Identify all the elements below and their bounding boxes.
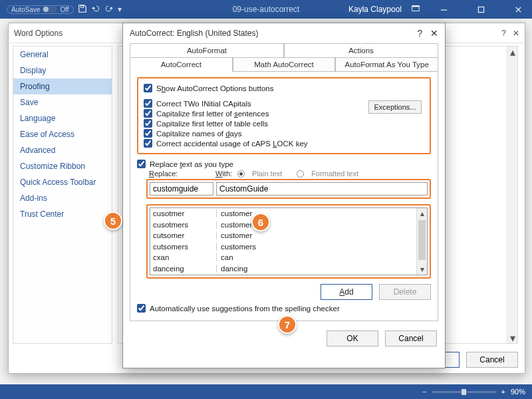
minimize-button[interactable] [430,0,458,19]
options-sidebar: General Display Proofing Save Language E… [13,46,112,344]
delete-button: Delete [379,284,431,300]
sidebar-item-advanced[interactable]: Advanced [13,142,112,158]
cap-cells-label: Capitalize first letter of table cells [156,120,268,128]
tab-actions[interactable]: Actions [284,43,438,57]
replace-header-label: Replace: [149,170,215,178]
autocorrect-title: AutoCorrect: English (United States) [130,29,258,38]
scroll-down-icon[interactable]: ▾ [507,332,517,343]
tab-autocorrect[interactable]: AutoCorrect [130,57,233,72]
replace-as-type-checkbox[interactable] [137,160,146,168]
cap-sentences-label: Capitalize first letter of sentences [156,110,269,118]
autosave-label: AutoSave [11,6,40,13]
with-header-label: With: [215,170,232,178]
ac-ok-button[interactable]: OK [327,331,378,346]
callout-7: 7 [278,315,297,334]
scroll-up-icon[interactable]: ▴ [417,208,427,219]
cap-cells-checkbox[interactable] [144,119,152,128]
sidebar-item-ease-of-access[interactable]: Ease of Access [13,126,112,142]
sidebar-item-save[interactable]: Save [13,94,112,110]
show-options-label: Show AutoCorrect Options buttons [156,84,273,92]
svg-rect-2 [412,5,420,7]
list-item: danceingdancing [150,263,427,275]
close-button[interactable] [504,0,532,19]
tab-math-autocorrect[interactable]: Math AutoCorrect [233,57,336,72]
sidebar-item-add-ins[interactable]: Add-ins [13,190,112,206]
callout-5: 5 [104,211,122,230]
signed-in-user[interactable]: Kayla Claypool [348,5,402,14]
auto-suggest-label: Automatically use suggestions from the s… [150,305,340,313]
zoom-in-button[interactable]: + [501,388,505,396]
sidebar-item-display[interactable]: Display [13,63,112,78]
plain-text-label: Plain text [252,170,282,178]
list-scrollbar[interactable]: ▴ ▾ [416,208,427,275]
cap-days-checkbox[interactable] [144,129,152,138]
callout-6: 6 [251,213,270,231]
list-item: cusotmerscustomers [150,219,427,231]
highlighted-options-group: Show AutoCorrect Options buttons Correct… [137,77,431,154]
sidebar-item-general[interactable]: General [13,47,112,63]
autosave-toggle[interactable]: AutoSave Off [7,5,74,14]
formatted-text-radio[interactable] [297,170,304,178]
caps-lock-label: Correct accidental usage of cAPS LOCK ke… [156,140,308,148]
auto-suggest-checkbox[interactable] [137,304,146,313]
ac-cancel-button[interactable]: Cancel [385,331,437,346]
sidebar-item-customize-ribbon[interactable]: Customize Ribbon [13,158,112,174]
tab-autoformat-as-you-type[interactable]: AutoFormat As You Type [335,57,438,72]
tab-autoformat[interactable]: AutoFormat [130,43,284,57]
statusbar: − + 90% [0,384,532,399]
toggle-off-icon [43,6,57,13]
plain-text-radio[interactable] [237,170,245,178]
zoom-value[interactable]: 90% [511,388,525,396]
save-icon[interactable] [78,4,87,15]
sidebar-item-quick-access-toolbar[interactable]: Quick Access Toolbar [13,174,112,190]
close-icon[interactable]: ✕ [513,29,519,38]
cap-days-label: Capitalize names of days [156,130,242,138]
list-item: cutsomercustomer [150,230,427,241]
options-cancel-button[interactable]: Cancel [466,352,518,368]
caps-lock-checkbox[interactable] [144,139,152,148]
list-item: cxancan [150,252,427,263]
sidebar-item-proofing[interactable]: Proofing [13,78,112,94]
redo-icon[interactable] [104,4,114,15]
list-item: cutsomerscustomers [150,241,427,253]
replace-input[interactable] [150,182,213,196]
maximize-button[interactable] [467,0,495,19]
zoom-slider[interactable] [432,391,496,393]
show-options-checkbox[interactable] [144,84,152,92]
app-titlebar: AutoSave Off ▾ 09-use-autocorrect Kayla … [0,0,532,19]
close-icon[interactable]: ✕ [430,28,438,39]
document-title: 09-use-autocorrect [233,5,300,14]
scroll-up-icon[interactable]: ▴ [507,47,517,57]
scroll-down-icon[interactable]: ▾ [417,264,427,275]
sidebar-item-trust-center[interactable]: Trust Center [13,206,112,222]
zoom-out-button[interactable]: − [422,388,426,396]
cap-sentences-checkbox[interactable] [144,109,152,118]
two-initial-caps-label: Correct TWo INitial CApitals [156,100,251,108]
with-input[interactable] [216,182,428,196]
help-icon[interactable]: ? [417,28,422,39]
ribbon-display-icon[interactable] [411,4,420,15]
help-icon[interactable]: ? [501,29,506,38]
svg-rect-4 [478,7,483,12]
svg-rect-0 [80,5,83,7]
word-options-title: Word Options [14,29,63,38]
add-button[interactable]: Add [321,284,372,300]
formatted-text-label: Formatted text [311,170,358,178]
sidebar-item-language[interactable]: Language [13,110,112,126]
list-item: cusotmercustomer [150,208,427,219]
svg-rect-3 [440,9,446,10]
undo-icon[interactable] [91,4,100,15]
autosave-state: Off [60,6,68,13]
replace-as-type-label: Replace text as you type [150,160,233,168]
scroll-thumb[interactable] [418,220,426,260]
qat-dropdown-icon[interactable]: ▾ [118,5,122,14]
entries-listbox[interactable]: cusotmercustomer cusotmerscustomers cuts… [150,207,428,275]
options-scrollbar[interactable]: ▴ ▾ [507,47,517,343]
two-initial-caps-checkbox[interactable] [144,99,152,108]
